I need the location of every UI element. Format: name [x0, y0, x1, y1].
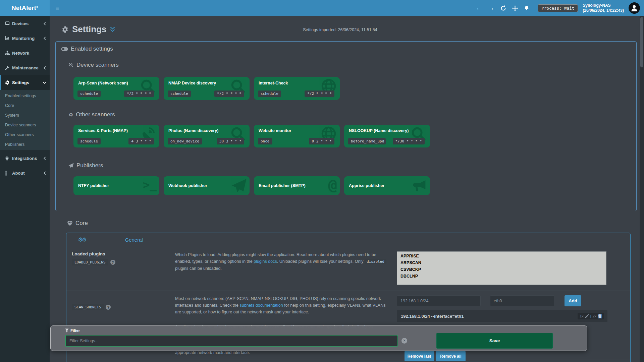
sidebar-item-network[interactable]: Network [0, 46, 50, 60]
click-hint: 1x | 2x [578, 313, 604, 319]
gear-icon [5, 80, 12, 85]
sidebar-item-devices[interactable]: Devices [0, 16, 50, 31]
chevron-left-icon [43, 66, 46, 70]
section-divider [66, 360, 630, 360]
interface-input[interactable] [490, 295, 555, 306]
laptop-icon [5, 21, 12, 26]
schedule-type-badge: once [258, 138, 272, 144]
cron-badge: */2 * * * * [305, 90, 334, 97]
subnet-list-item[interactable]: 192.168.1.0/24 --interface=eth1 1x | 2x [397, 310, 607, 322]
plugin-option[interactable]: CSVBCKP [397, 266, 606, 273]
plugin-tile-arpscan[interactable]: Arp-Scan (Network scan) schedule*/2 * * … [73, 77, 159, 100]
plugin-tile-email-smtp[interactable]: @ Email publisher (SMTP) [254, 176, 340, 195]
plugin-tile-nmapdev[interactable]: NMAP Device discovery schedule*/2 * * * … [164, 77, 250, 100]
setting-key-badge: LOADED_PLUGINS [72, 259, 108, 265]
sidebar-item-maintenance[interactable]: Maintenance [0, 60, 50, 75]
paper-plane-icon [68, 163, 74, 168]
enabled-settings-card: Enabled settings Device scanners Arp-Sca… [55, 41, 637, 211]
app-logo[interactable]: NetAlertx [0, 0, 50, 16]
edit-icon[interactable] [585, 314, 589, 318]
clear-filter-icon[interactable]: × [401, 338, 407, 344]
plugin-option[interactable]: APPRISE [397, 253, 606, 259]
chevron-left-icon [43, 157, 46, 160]
submenu-core[interactable]: Core [0, 101, 50, 110]
sidebar-item-monitoring[interactable]: Monitoring [0, 31, 50, 46]
scrollbar-thumb[interactable] [640, 17, 643, 67]
subnet-input[interactable] [397, 295, 481, 306]
chevron-left-icon [43, 171, 46, 175]
plugins-docs-link[interactable]: plugins docs [254, 259, 277, 264]
info-icon [5, 171, 12, 176]
cron-badge: */2 * * * * [124, 90, 154, 97]
page-scrollbar[interactable] [640, 16, 644, 362]
filter-settings-input[interactable] [65, 335, 398, 347]
help-icon[interactable]: ? [106, 305, 111, 310]
setting-description-tail: appropriate network mask and interface. [175, 350, 250, 355]
plugin-option[interactable]: ARPSCAN [397, 259, 606, 266]
submenu-device-scanners[interactable]: Device scanners [0, 120, 50, 130]
funnel-icon [65, 328, 69, 333]
bell-icon[interactable] [524, 5, 529, 11]
sidebar-item-integrations[interactable]: Integrations [0, 151, 50, 166]
loaded-plugins-listbox[interactable]: APPRISE ARPSCAN CSVBCKP DBCLNP [397, 251, 606, 285]
disabled-chip: disabled [365, 259, 386, 264]
subnet-value: 192.168.1.0/24 --interface=eth1 [401, 314, 578, 319]
submenu-enabled-settings[interactable]: Enabled settings [0, 91, 50, 101]
chart-icon [5, 36, 12, 41]
move-icon[interactable] [512, 5, 518, 11]
filter-overlay: Filter × Save [50, 325, 587, 351]
subnets-documentation-link[interactable]: subnets documentation [239, 303, 283, 308]
section-title: Enabled settings [71, 46, 113, 52]
save-button[interactable]: Save [436, 333, 553, 349]
setting-description: Most on-network scanners (ARP-SCAN, NMAP… [175, 295, 397, 315]
nav-back-icon[interactable]: ← [476, 4, 482, 12]
at-sign-icon: @ [328, 177, 337, 193]
plugin-option[interactable]: DBCLNP [397, 273, 606, 280]
sitemap-icon [5, 50, 12, 56]
settings-submenu: Enabled settings Core System Device scan… [0, 90, 50, 150]
bullhorn-icon [412, 178, 427, 194]
cron-badge: 30 3 * * * [217, 138, 244, 144]
plugin-tile-nslookup[interactable]: NSLOOKUP (Name discovery) before_name_up… [344, 125, 430, 147]
submenu-other-scanners[interactable]: Other scanners [0, 130, 50, 139]
plugin-tile-website-monitor[interactable]: Website monitor once0 2 * * * [254, 125, 340, 147]
plugin-tile-apprise[interactable]: Apprise publisher [344, 176, 430, 195]
host-name: Synology-NAS [583, 3, 624, 8]
refresh-icon[interactable] [500, 5, 506, 11]
cron-badge: */2 * * * * [214, 90, 244, 97]
user-avatar[interactable] [629, 2, 640, 14]
schedule-type-badge: schedule [168, 90, 191, 97]
sidebar-item-settings[interactable]: Settings [0, 75, 50, 90]
plugin-tile-ntfy[interactable]: >_ NTFY publisher [73, 176, 159, 195]
cron-badge: 0 2 * * * [309, 138, 334, 144]
sidebar-toggle-icon[interactable]: ≡ [50, 0, 65, 16]
trash-icon[interactable] [598, 314, 602, 318]
settings-imported-status: Settings imported: 26/06/2024, 11:51:54 [50, 27, 631, 32]
add-subnet-button[interactable]: Add [565, 295, 581, 306]
host-info: Synology-NAS (26/06/2024, 14:22:43) [583, 3, 624, 13]
setting-label: Loaded plugins [72, 251, 175, 256]
sidebar-item-about[interactable]: About [0, 166, 50, 180]
sidebar-item-label: Devices [12, 21, 43, 26]
submenu-publishers[interactable]: Publishers [0, 139, 50, 149]
help-icon[interactable]: ? [110, 260, 115, 265]
gears-icon: ⚙⚙ [78, 236, 85, 243]
chevron-down-icon [43, 81, 46, 84]
schedule-type-badge: schedule [77, 90, 101, 97]
sidebar-item-label: Integrations [12, 156, 43, 161]
toggle-icon [61, 47, 68, 51]
sidebar-item-label: Settings [12, 80, 43, 85]
nav-forward-icon[interactable]: → [488, 4, 494, 12]
plugin-tile-internet-check[interactable]: Internet-Check schedule*/2 * * * * [254, 77, 340, 100]
plugin-tile-nmap-services[interactable]: Services & Ports (NMAP) schedule4 3 * * … [73, 125, 159, 147]
plugin-tile-webhook[interactable]: Webhook publisher [164, 176, 250, 195]
sidebar-item-label: Network [12, 51, 46, 56]
plugin-tile-pholus[interactable]: Pholus (Name discovery) on_new_device30 … [164, 125, 250, 147]
group-title: Other scanners [76, 111, 115, 118]
submenu-system[interactable]: System [0, 110, 50, 120]
tab-general[interactable]: General [125, 237, 143, 243]
main-content: Settings Settings imported: 26/06/2024, … [50, 16, 644, 362]
sidebar-item-label: Monitoring [12, 36, 43, 41]
section-title: Core [75, 220, 88, 227]
terminal-icon: >_ [143, 179, 157, 190]
